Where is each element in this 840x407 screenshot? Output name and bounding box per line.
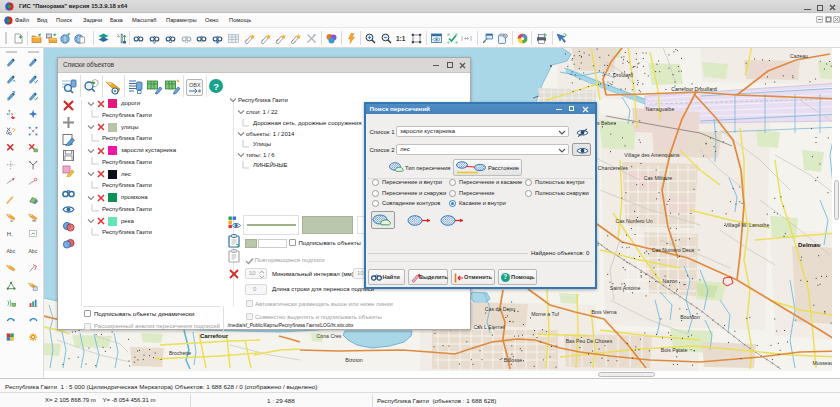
svg-text:?: ?	[12, 91, 15, 96]
svg-text:Droulard: Droulard	[613, 72, 633, 78]
svg-text:Cas Numero Un: Cas Numero Un	[615, 218, 652, 224]
svg-text:Bois Verna: Bois Verna	[591, 309, 616, 315]
svg-text:Bas Peu De Choses: Bas Peu De Choses	[566, 338, 613, 344]
svg-text:Cona Cres: Cona Cres	[317, 333, 342, 339]
svg-text:Bois Patate: Bois Patate	[661, 347, 688, 353]
svg-text:Delmas: Delmas	[798, 241, 821, 248]
svg-text:m: m	[32, 218, 36, 222]
svg-text:Carrefour: Carrefour	[200, 332, 229, 339]
svg-text:Chancerelles: Chancerelles	[598, 165, 629, 171]
svg-text:Musseau: Musseau	[812, 360, 833, 366]
svg-text:Narraguaibe: Narraguaibe	[646, 106, 675, 112]
svg-text:Morne a Tuf: Morne a Tuf	[531, 311, 559, 317]
svg-text:Nazon: Nazon	[663, 278, 678, 284]
svg-text:Abc: Abc	[28, 248, 37, 254]
svg-text:Cas L Eternel: Cas L Eternel	[473, 324, 504, 330]
svg-text:Cas Numero Deux: Cas Numero Deux	[652, 247, 695, 253]
svg-text:Brochette: Brochette	[169, 350, 191, 356]
svg-text:Carrefour Drouillard: Carrefour Drouillard	[671, 86, 717, 92]
svg-text:Bourdon: Bourdon	[680, 314, 700, 320]
svg-text:Bolosse: Bolosse	[504, 357, 523, 363]
svg-text:Abc: Abc	[6, 248, 15, 254]
svg-text:H,: H,	[7, 231, 13, 237]
svg-text:Cas Militaire: Cas Militaire	[644, 175, 673, 181]
svg-text:Village des Amenquains: Village des Amenquains	[624, 152, 680, 158]
svg-text:Bizoton: Bizoton	[345, 357, 362, 363]
svg-text:Cas de Depu: Cas de Depu	[485, 306, 515, 312]
svg-text:Village W. Lamothe: Village W. Lamothe	[725, 222, 770, 228]
svg-text:Saint Antoine: Saint Antoine	[610, 285, 641, 291]
svg-text:Cazeau: Cazeau	[790, 53, 808, 59]
